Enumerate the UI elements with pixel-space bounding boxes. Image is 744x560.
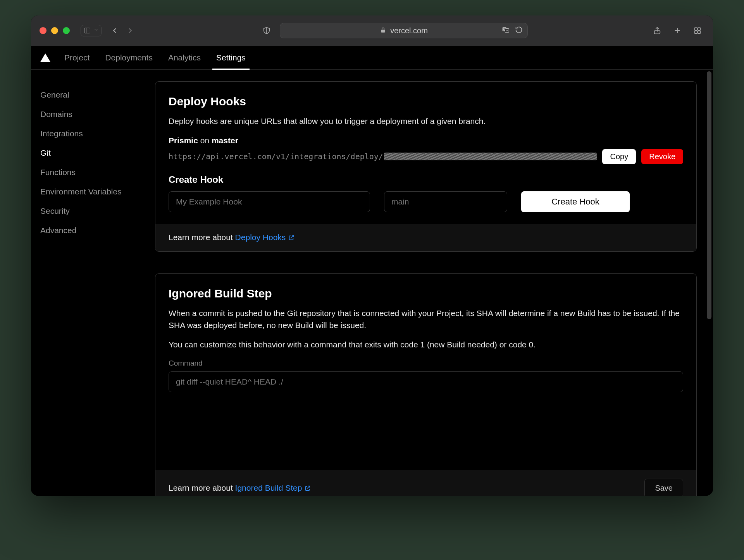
command-input[interactable]: [169, 371, 683, 392]
save-button[interactable]: Save: [644, 479, 683, 496]
sidebar-item-functions[interactable]: Functions: [40, 163, 146, 182]
project-nav: Project Deployments Analytics Settings: [31, 46, 713, 70]
ignored-build-desc1: When a commit is pushed to the Git repos…: [169, 307, 683, 332]
svg-rect-0: [84, 28, 90, 33]
nav-settings[interactable]: Settings: [215, 46, 247, 69]
browser-window: vercel.com 文A Project Deployments Analy: [31, 15, 713, 496]
svg-rect-10: [695, 28, 697, 30]
nav-analytics[interactable]: Analytics: [167, 46, 202, 69]
deploy-hooks-card: Deploy Hooks Deploy hooks are unique URL…: [155, 81, 697, 252]
external-link-icon: [288, 234, 294, 243]
hook-url-prefix: https://api.vercel.com/v1/integrations/d…: [169, 152, 383, 161]
sidebar-item-general[interactable]: General: [40, 85, 146, 105]
revoke-button[interactable]: Revoke: [641, 149, 683, 164]
hook-branch: master: [212, 136, 238, 145]
hook-on-word: on: [200, 136, 209, 145]
svg-rect-11: [698, 28, 700, 30]
command-label: Command: [169, 359, 683, 368]
svg-text:文: 文: [503, 27, 506, 30]
external-link-icon: [304, 484, 311, 493]
vercel-logo-icon[interactable]: [40, 53, 50, 62]
sidebar-toggle[interactable]: [81, 25, 102, 36]
window-controls: [40, 27, 70, 34]
settings-content: General Domains Integrations Git Functio…: [31, 70, 713, 496]
back-button[interactable]: [108, 24, 122, 37]
learn-prefix: Learn more about: [169, 233, 235, 242]
nav-deployments[interactable]: Deployments: [103, 46, 154, 69]
sidebar-item-integrations[interactable]: Integrations: [40, 124, 146, 143]
close-window-button[interactable]: [40, 27, 46, 34]
privacy-shield-icon[interactable]: [260, 24, 274, 37]
settings-sidebar: General Domains Integrations Git Functio…: [31, 70, 155, 256]
sidebar-item-advanced[interactable]: Advanced: [40, 221, 146, 240]
ignored-build-footer: Learn more about Ignored Build Step Save: [155, 470, 696, 496]
zoom-window-button[interactable]: [63, 27, 70, 34]
svg-text:A: A: [506, 29, 508, 32]
minimize-window-button[interactable]: [51, 27, 58, 34]
deploy-hooks-description: Deploy hooks are unique URLs that allow …: [169, 115, 683, 127]
ignored-build-learn-link[interactable]: Ignored Build Step: [235, 483, 311, 492]
hook-branch-input[interactable]: [384, 191, 507, 212]
svg-rect-12: [695, 31, 697, 33]
hook-heading: Prismic on master: [169, 136, 683, 145]
ignored-build-title: Ignored Build Step: [169, 287, 683, 300]
ignored-build-desc2: You can customize this behavior with a c…: [169, 338, 683, 351]
scrollbar[interactable]: [707, 71, 711, 319]
reload-icon[interactable]: [515, 26, 523, 36]
translate-icon[interactable]: 文A: [502, 26, 510, 36]
hook-url-redacted: [384, 153, 597, 160]
tab-overview-icon[interactable]: [691, 24, 704, 37]
create-hook-heading: Create Hook: [169, 174, 683, 185]
nav-buttons: [108, 24, 137, 37]
sidebar-item-git[interactable]: Git: [40, 143, 146, 163]
deploy-hooks-learn-link[interactable]: Deploy Hooks: [235, 233, 295, 242]
forward-button[interactable]: [123, 24, 137, 37]
sidebar-item-domains[interactable]: Domains: [40, 105, 146, 124]
new-tab-icon[interactable]: [670, 24, 684, 37]
ignored-build-card: Ignored Build Step When a commit is push…: [155, 273, 697, 496]
svg-rect-13: [698, 31, 700, 33]
browser-toolbar: vercel.com 文A: [31, 15, 713, 46]
deploy-hooks-title: Deploy Hooks: [169, 95, 683, 108]
share-icon[interactable]: [650, 24, 664, 37]
chevron-down-icon: [93, 27, 99, 34]
hook-url: https://api.vercel.com/v1/integrations/d…: [169, 152, 597, 161]
deploy-hooks-footer: Learn more about Deploy Hooks: [155, 224, 696, 251]
hook-name: Prismic: [169, 136, 198, 145]
nav-project[interactable]: Project: [63, 46, 91, 69]
learn-prefix-2: Learn more about: [169, 483, 235, 492]
address-bar[interactable]: vercel.com 文A: [280, 23, 528, 38]
create-hook-button[interactable]: Create Hook: [521, 191, 630, 212]
sidebar-item-security[interactable]: Security: [40, 201, 146, 221]
svg-rect-2: [381, 29, 385, 32]
lock-icon: [380, 26, 386, 35]
hook-name-input[interactable]: [169, 191, 370, 212]
url-text: vercel.com: [390, 26, 428, 35]
copy-button[interactable]: Copy: [602, 149, 636, 164]
sidebar-item-env-vars[interactable]: Environment Variables: [40, 182, 146, 201]
